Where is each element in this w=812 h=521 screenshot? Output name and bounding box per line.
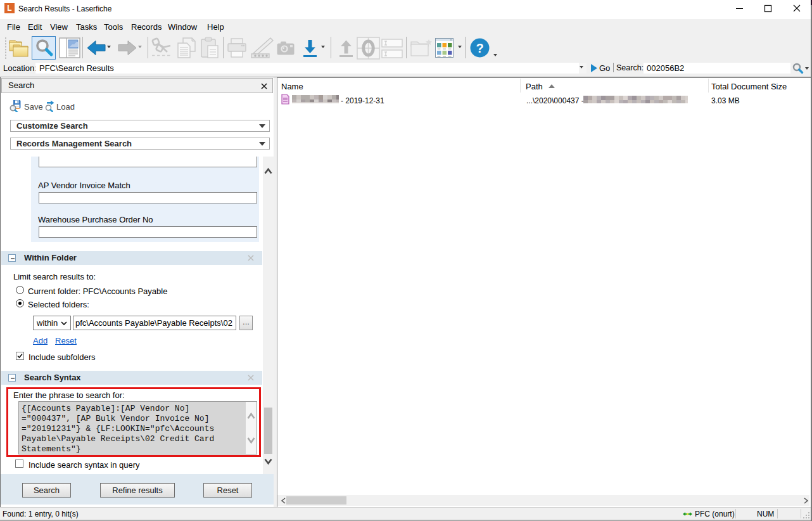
svg-text:?: ? <box>476 41 483 55</box>
